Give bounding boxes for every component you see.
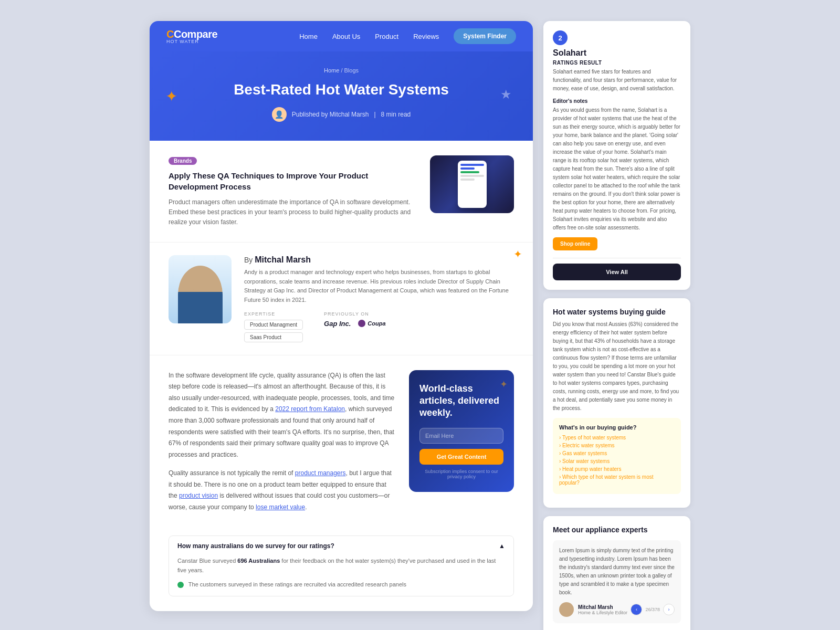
author-bio-section: ✦ By Mitchal Marsh Andy is a product man… (150, 243, 533, 355)
buying-guide-links-section: What's in our buying guide? Types of hot… (553, 418, 681, 494)
expertise-tag: Product Managment (244, 320, 303, 330)
expert-info: Mitchal Marsh Home & Lifestyle Editor (559, 602, 627, 617)
right-panel: 2 Solahart Ratings result Solahart earne… (543, 21, 690, 630)
article-link-pm[interactable]: product managers (295, 469, 346, 477)
newsletter-heading: World-class articles, delivered weekly. (419, 383, 503, 419)
author-photo (169, 255, 232, 323)
orange-deco-icon: ✦ (513, 248, 522, 260)
coupa-logo: Coupa (358, 320, 385, 327)
author-description: Andy is a product manager and technology… (244, 268, 514, 304)
buying-guide-link[interactable]: Which type of hot water system is most p… (559, 474, 675, 486)
buying-guide-link[interactable]: Gas water systems (559, 450, 675, 456)
screen-line (460, 164, 484, 166)
expert-next-button[interactable]: › (663, 604, 675, 615)
expert-nav: ‹ 26/378 › (631, 604, 675, 615)
breadcrumb: Home / Blogs (171, 67, 512, 74)
hero-section: ✦ ★ Home / Blogs Best-Rated Hot Water Sy… (150, 51, 533, 141)
expert-card-item: Lorem Ipsum is simply dummy text of the … (553, 540, 681, 623)
previously-label: Previously on (324, 311, 386, 317)
experts-title: Meet our appliance experts (553, 526, 681, 534)
coupa-icon (358, 320, 365, 327)
navigation: CCompare Hot Water Home About Us Product… (150, 21, 533, 51)
expert-count: 26/378 (645, 607, 660, 612)
phone-mockup (458, 161, 487, 208)
ratings-label: Ratings result (553, 60, 681, 66)
view-all-button[interactable]: View All (553, 264, 681, 280)
logo-text: CCompare (166, 29, 217, 39)
article-link-katalon[interactable]: 2022 report from Katalon (275, 405, 345, 413)
article-card-title: Apply These QA Techniques to Improve You… (169, 170, 417, 192)
solahart-rank: 2 (553, 30, 568, 45)
nav-reviews[interactable]: Reviews (413, 33, 439, 40)
buying-guide-link[interactable]: Electric water systems (559, 443, 675, 448)
buying-guide-link[interactable]: Solar water systems (559, 458, 675, 464)
solahart-card: 2 Solahart Ratings result Solahart earne… (543, 21, 690, 290)
experts-card: Meet our appliance experts Lorem Ipsum i… (543, 516, 690, 630)
editors-label: Editor's notes (553, 98, 681, 104)
screen-line (460, 175, 484, 177)
nav-about[interactable]: About Us (332, 33, 360, 40)
author-avatar: 👤 (272, 107, 287, 122)
newsletter-card: ✦ World-class articles, delivered weekly… (409, 370, 514, 492)
gap-inc-logo: Gap Inc. (324, 320, 351, 328)
buying-guide-highlight-title: What's in our buying guide? (559, 424, 675, 430)
system-finder-button[interactable]: System Finder (454, 28, 516, 44)
expert-details: Mitchal Marsh Home & Lifestyle Editor (578, 604, 627, 615)
article-badge: Brands (169, 157, 197, 165)
faq-highlight: 696 Australians (237, 558, 280, 564)
article-main-text: In the software development life cycle, … (169, 370, 396, 521)
nav-product[interactable]: Product (375, 33, 398, 40)
expert-avatar (559, 602, 574, 617)
expertise-tags: Product Managment Saas Product (244, 320, 303, 342)
article-card-image (430, 155, 514, 213)
logo: CCompare Hot Water (166, 29, 217, 44)
article-link-vision[interactable]: product vision (179, 492, 218, 499)
article-card-description: Product managers often underestimate the… (169, 197, 417, 228)
author-by-line: By Mitchal Marsh (244, 255, 514, 265)
faq-question: How many australians do we survey for ou… (177, 542, 334, 550)
previous-company-logos: Gap Inc. Coupa (324, 320, 386, 328)
nav-home[interactable]: Home (299, 33, 318, 40)
newsletter-submit-button[interactable]: Get Great Content (419, 449, 503, 465)
shop-online-button[interactable]: Shop online (553, 237, 597, 250)
expert-role: Home & Lifestyle Editor (578, 610, 627, 615)
solahart-name: Solahart (553, 48, 681, 58)
article-paragraph-2: Quality assurance is not typically the r… (169, 468, 396, 513)
buying-guide-link[interactable]: Heat pump water heaters (559, 466, 675, 472)
article-paragraph-1: In the software development life cycle, … (169, 370, 396, 461)
previously-group: Previously on Gap Inc. Coupa (324, 311, 386, 342)
nav-links: Home About Us Product Reviews System Fin… (299, 28, 516, 44)
expert-footer: Mitchal Marsh Home & Lifestyle Editor ‹ … (559, 602, 675, 617)
author-name: Mitchal Marsh (255, 255, 311, 264)
read-time: 8 min read (381, 111, 411, 118)
ratings-text: Solahart earned five stars for features … (553, 68, 681, 93)
screen-line (460, 167, 475, 170)
buying-guide-card: Hot water systems buying guide Did you k… (543, 298, 690, 508)
star-decoration-icon: ★ (500, 87, 512, 102)
editors-text: As you would guess from the name, Solaha… (553, 106, 681, 232)
expertise-tag: Saas Product (244, 332, 303, 342)
buying-guide-link[interactable]: Types of hot water systems (559, 435, 675, 440)
faq-body: Canstar Blue surveyed 696 Australians fo… (169, 556, 513, 596)
author-bio-content: By Mitchal Marsh Andy is a product manag… (244, 255, 514, 342)
buying-guide-intro: Did you know that most Aussies (63%) con… (553, 320, 681, 413)
author-info: 👤 Published by Mitchal Marsh | 8 min rea… (171, 107, 512, 122)
article-link-market[interactable]: lose market value (256, 503, 305, 511)
faq-item: How many australians do we survey for ou… (169, 536, 514, 596)
screen-line (460, 171, 479, 173)
nl-deco-icon: ✦ (500, 379, 508, 390)
author-figure (178, 266, 223, 323)
expert-name: Mitchal Marsh (578, 604, 627, 610)
newsletter-email-input[interactable] (419, 428, 503, 444)
page-title: Best-Rated Hot Water Systems (171, 81, 512, 99)
faq-header[interactable]: How many australians do we survey for ou… (169, 536, 513, 556)
newsletter-terms: Subscription implies consent to our priv… (419, 469, 503, 479)
expertise-label: EXPERTISE (244, 311, 303, 317)
breadcrumb-home-link[interactable]: Home (324, 67, 339, 74)
article-text-section: In the software development life cycle, … (150, 355, 533, 536)
article-card: Brands Apply These QA Techniques to Impr… (150, 141, 533, 243)
article-card-content: Brands Apply These QA Techniques to Impr… (169, 155, 417, 228)
expert-prev-button[interactable]: ‹ (631, 604, 642, 615)
expertise-group: EXPERTISE Product Managment Saas Product (244, 311, 303, 342)
faq-chevron-icon: ▲ (499, 542, 505, 550)
